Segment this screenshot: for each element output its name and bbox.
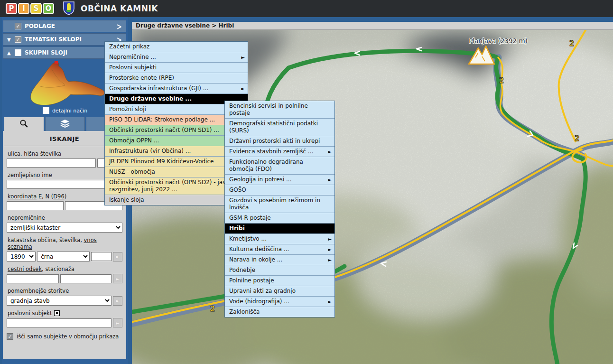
road-section-label-text: , stacionaža [42,266,74,272]
submenu-item[interactable]: Gozdovi s posebnim režimom in lovišča [225,196,334,213]
terrain-thumbnail [23,60,109,111]
panel-label: SKUPNI SLOJI [25,49,67,56]
municipality-coat-of-arms-icon [63,1,75,17]
d96-link[interactable]: D96 [53,193,65,200]
peak-label: Planjava (2392 m) [469,37,528,45]
tab-layers[interactable] [45,117,85,131]
menu-item[interactable]: Nepremičnine ... [105,52,248,63]
cadastral-go-button[interactable]: ► [113,252,122,261]
submenu-item[interactable]: Funkcionalno degradirana območja (FDO) [225,157,334,175]
menu-item[interactable]: Začetni prikaz [105,42,248,52]
services-go-button[interactable]: ► [113,296,122,306]
road-section-input[interactable] [7,274,59,283]
area-filter-checkbox[interactable]: ✓ [7,333,13,340]
submenu-item[interactable]: Geologija in potresi ... [225,175,334,185]
menu-item[interactable]: Gospodarska infrastruktura (GJI) ... [105,84,248,94]
submenu-item[interactable]: Kulturna dediščina ... [225,244,334,255]
coordinate-label-text: E, N ( [37,193,53,200]
expand-down-icon[interactable]: ▼ [7,37,15,42]
submenu-item[interactable]: Upravni akti za gradnjo [225,286,334,297]
chevron-right-icon: > [117,21,122,31]
page-title: OBČINA KAMNIK [81,4,158,13]
road-go-button[interactable]: ► [113,274,122,283]
submenu-item[interactable]: Evidenca stavbnih zemljišč ... [225,147,334,157]
street-input[interactable] [7,159,96,168]
business-label: poslovni subjekt [8,310,122,317]
cadastral-name-select[interactable]: črna [37,252,89,261]
submenu-item[interactable]: Polnilne postaje [225,276,334,286]
collapse-up-icon[interactable]: ▲ [7,50,15,56]
realestate-select[interactable]: zemljiški kataster [7,223,122,233]
station-input[interactable] [60,274,111,283]
submenu-item[interactable]: Demografski statistični podatki (SURS) [225,119,334,136]
detail-mode-label: detajlni način [52,108,87,114]
cadastral-label-text: katastrska občina, številka, [8,237,84,243]
road-section-link[interactable]: cestni odsek [8,266,42,272]
tab-search[interactable] [4,117,44,131]
piso-logo[interactable]: P I S O [5,2,55,15]
logo-letter: I [18,3,29,14]
submenu-item[interactable]: Bencinski servisi in polnilne postaje [225,101,334,119]
submenu-item[interactable]: Zaklonišča [225,307,334,317]
coordinate-label-end: ) [65,193,67,200]
logo-letter: O [43,3,54,14]
menu-item[interactable]: Poslovni subjekti [105,63,248,73]
submenu-item[interactable]: Narava in okolje ... [225,255,334,265]
submenu-item[interactable]: Vode (hidrografija) ... [225,297,334,307]
realestate-label: nepremičnine [8,215,122,221]
top-blue-strip [128,17,613,22]
panel-label: TEMATSKI SKLOPI [25,36,82,43]
search-icon [19,119,28,129]
services-label: pomembnejše storitve [8,288,122,294]
route-marker: 2 [210,305,215,313]
submenu-item[interactable]: Podnebje [225,265,334,276]
cadastral-number-select[interactable]: 1890 [7,252,36,261]
area-filter-label: išči samo subjekte v območju prikaza [17,333,119,340]
business-go-button[interactable]: ► [113,318,122,327]
parcel-number-input[interactable] [91,252,111,261]
menu-item[interactable]: Prostorske enote (RPE) [105,73,248,84]
route-marker: 2 [569,39,574,48]
breadcrumb: Druge državne vsebine > Hribi [132,22,613,30]
road-section-label: cestni odsek, stacionaža [8,266,122,272]
panel-podlage[interactable]: ✓ PODLAGE > [3,20,126,32]
business-input[interactable] [7,318,111,327]
druge-drzavne-vsebine-submenu: Bencinski servisi in polnilne postaje De… [224,101,335,317]
submenu-item[interactable]: GOŠO [225,185,334,196]
logo-letter: P [6,3,17,14]
logo-letter: S [30,3,42,14]
layers-icon [60,119,70,129]
tematski-checkbox[interactable]: ✓ [15,36,21,43]
submenu-item-hribi[interactable]: Hribi [225,224,334,234]
submenu-item[interactable]: Državni prostorski akti in ukrepi [225,136,334,147]
subject-pin-icon[interactable] [54,310,60,316]
podlage-checkbox[interactable]: ✓ [15,23,21,29]
panel-label: PODLAGE [25,23,55,29]
services-select[interactable]: gradnja stavb [7,296,111,306]
detail-mode-checkbox[interactable] [43,107,49,114]
submenu-item[interactable]: Kmetijstvo ... [225,234,334,244]
business-label-text: poslovni subjekt [8,310,52,317]
coordinate-e-input[interactable] [7,201,64,210]
skupni-checkbox[interactable] [15,49,21,56]
route-marker: 2 [499,76,504,85]
route-marker: 2 [575,134,579,143]
location-marker [55,61,58,64]
app-header: P I S O OBČINA KAMNIK [0,0,613,17]
cadastral-label: katastrska občina, številka, vnos seznam… [8,237,122,250]
coordinate-link[interactable]: koordinata [8,193,37,200]
submenu-item[interactable]: GSM-R postaje [225,213,334,224]
piso-application: P I S O OBČINA KAMNIK Druge državne vseb… [0,0,613,364]
